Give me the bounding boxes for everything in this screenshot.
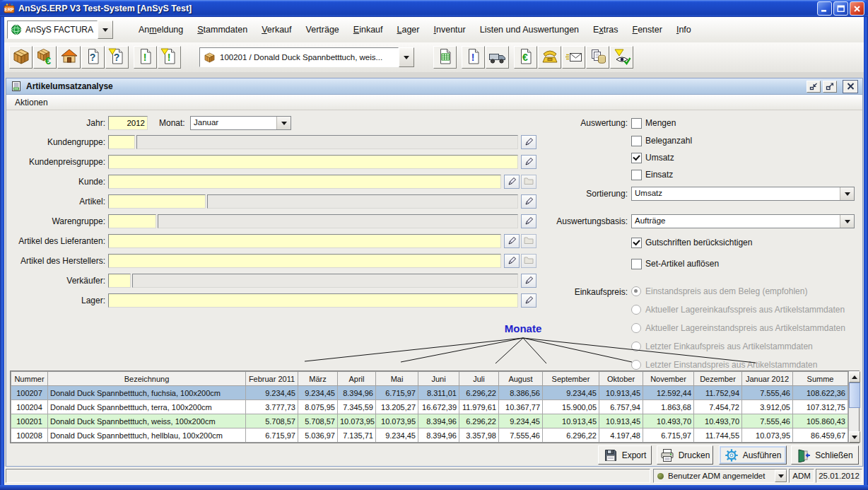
telephone-button[interactable]: [538, 46, 561, 69]
schliessen-button[interactable]: Schließen: [791, 445, 859, 465]
house-button[interactable]: [57, 46, 81, 69]
table-cell[interactable]: 8.386,56: [499, 386, 543, 400]
eye-check-button[interactable]: [610, 46, 633, 69]
table-cell[interactable]: 6.296,22: [459, 386, 499, 400]
artikel-des-herstellers-matchcode-button[interactable]: [504, 254, 520, 268]
table-cell[interactable]: 100204: [11, 400, 48, 414]
page-exclaim-green-warn-button[interactable]: !: [158, 46, 181, 69]
verkaeufer-matchcode-button[interactable]: [521, 274, 536, 288]
minimize-button[interactable]: [817, 1, 832, 16]
menu-fenster[interactable]: Fenster: [626, 22, 669, 37]
umsatz-checkbox[interactable]: [631, 153, 642, 163]
kunde-input[interactable]: [108, 175, 501, 189]
sortierung-combo[interactable]: Umsatz: [631, 187, 855, 201]
table-cell[interactable]: 11.979,61: [459, 400, 499, 414]
menu-inventur[interactable]: Inventur: [427, 22, 473, 37]
table-cell[interactable]: 6.715,97: [376, 386, 418, 400]
artikel-des-herstellers-input[interactable]: [108, 254, 501, 268]
dialog-iconify-button[interactable]: [807, 81, 821, 93]
menu-listen-und-auswertungen[interactable]: Listen und Auswertungen: [473, 22, 586, 37]
table-cell[interactable]: 9.234,45: [246, 386, 298, 400]
column-header-oktober[interactable]: Oktober: [599, 372, 643, 386]
ausfuehren-button[interactable]: Ausführen: [719, 445, 787, 465]
table-cell[interactable]: 10.913,45: [599, 414, 643, 428]
truck-button[interactable]: [486, 46, 509, 69]
column-header-september[interactable]: September: [543, 372, 599, 386]
auswertungsbasis-combo[interactable]: Aufträge: [631, 214, 855, 228]
table-cell[interactable]: 9.234,45: [499, 414, 543, 428]
kundenpreisgruppe-input[interactable]: [108, 155, 518, 169]
table-cell[interactable]: 10.073,95: [742, 428, 793, 443]
table-cell[interactable]: 7.345,59: [338, 400, 376, 414]
verkaeufer-code-input[interactable]: [108, 274, 131, 288]
table-cell[interactable]: 108.622,36: [793, 386, 848, 400]
page-question-warn-button[interactable]: ?: [105, 46, 129, 69]
column-header-november[interactable]: November: [643, 372, 694, 386]
menu-verkauf[interactable]: Verkauf: [254, 22, 298, 37]
table-cell[interactable]: 7.135,71: [338, 428, 376, 443]
table-row-100207[interactable]: 100207Donald Duck Spannbetttuch, fuchsia…: [11, 386, 848, 400]
article-combo-field[interactable]: 100201 / Donald Duck Spannbetttuch, weis…: [199, 47, 399, 67]
maximize-button[interactable]: [833, 1, 848, 16]
table-cell[interactable]: 11.744,55: [694, 428, 742, 443]
column-header-dezember[interactable]: Dezember: [694, 372, 742, 386]
table-cell[interactable]: 5.708,57: [298, 414, 338, 428]
column-header-bezeichnung[interactable]: Bezeichnung: [48, 372, 246, 386]
table-cell[interactable]: Donald Duck Spannbetttuch, terra, 100x20…: [48, 400, 246, 414]
beleganzahl-checkbox[interactable]: [631, 136, 642, 146]
table-cell[interactable]: 16.672,39: [418, 400, 459, 414]
table-cell[interactable]: 10.493,70: [643, 414, 694, 428]
einsatz-checkbox[interactable]: [631, 170, 642, 180]
table-cell[interactable]: 12.592,44: [643, 386, 694, 400]
monat-combo-arrow-icon[interactable]: [276, 117, 291, 129]
column-header-nummer[interactable]: Nummer: [11, 372, 48, 386]
table-cell[interactable]: 5.036,97: [298, 428, 338, 443]
table-cell[interactable]: Donald Duck Spannbetttuch, fuchsia, 100x…: [48, 386, 246, 400]
table-cell[interactable]: 105.860,43: [793, 414, 848, 428]
menu-aktionen[interactable]: Aktionen: [15, 98, 48, 107]
table-cell[interactable]: 7.555,46: [742, 414, 793, 428]
copy-db-button[interactable]: [586, 46, 609, 69]
page-grid-green-button[interactable]: [433, 46, 457, 69]
page-exclaim-blue-button[interactable]: !: [462, 46, 485, 69]
table-cell[interactable]: 10.073,95: [338, 414, 376, 428]
envelope-button[interactable]: [562, 46, 585, 69]
column-header-april[interactable]: April: [338, 372, 376, 386]
menu-anmeldung[interactable]: Anmeldung: [131, 22, 190, 37]
table-cell[interactable]: 86.459,67: [793, 428, 848, 443]
artikel-code-input[interactable]: [108, 194, 206, 209]
table-cell[interactable]: Donald Duck Spannbetttuch, hellblau, 100…: [48, 428, 246, 443]
table-cell[interactable]: 6.715,97: [643, 428, 694, 443]
dialog-maximize-button[interactable]: [823, 81, 837, 93]
table-cell[interactable]: Donald Duck Spannbetttuch, weiss, 100x20…: [48, 414, 246, 428]
artikel-des-lieferanten-input[interactable]: [108, 234, 501, 248]
table-cell[interactable]: 13.205,27: [376, 400, 418, 414]
table-cell[interactable]: 11.752,94: [694, 386, 742, 400]
kunde-matchcode-button[interactable]: [504, 175, 520, 189]
table-cell[interactable]: 9.234,45: [298, 386, 338, 400]
table-cell[interactable]: 3.777,73: [246, 400, 298, 414]
cube-euro-button[interactable]: €: [33, 46, 57, 69]
menu-einkauf[interactable]: Einkauf: [346, 22, 390, 37]
table-cell[interactable]: 100207: [11, 386, 48, 400]
column-header-juli[interactable]: Juli: [459, 372, 499, 386]
table-row-100204[interactable]: 100204Donald Duck Spannbetttuch, terra, …: [11, 400, 848, 414]
lager-input[interactable]: [108, 293, 518, 308]
table-cell[interactable]: 8.075,95: [298, 400, 338, 414]
table-cell[interactable]: 8.394,96: [338, 386, 376, 400]
close-button[interactable]: [850, 1, 864, 16]
module-selector-dropdown-button[interactable]: [98, 21, 113, 39]
table-cell[interactable]: 6.296,22: [543, 428, 599, 443]
table-cell[interactable]: 8.394,96: [418, 428, 459, 443]
table-cell[interactable]: 6.296,22: [459, 414, 499, 428]
scroll-down-icon[interactable]: [849, 431, 860, 443]
export-button[interactable]: Export: [598, 445, 652, 465]
table-cell[interactable]: 107.312,75: [793, 400, 848, 414]
menu-stammdaten[interactable]: Stammdaten: [190, 22, 254, 37]
drucken-button[interactable]: Drucken: [657, 445, 713, 465]
table-cell[interactable]: 3.357,98: [459, 428, 499, 443]
table-cell[interactable]: 9.234,45: [543, 386, 599, 400]
artikel-des-lieferanten-matchcode-button[interactable]: [504, 234, 520, 248]
table-cell[interactable]: 10.367,77: [499, 400, 543, 414]
table-cell[interactable]: 6.715,97: [246, 428, 298, 443]
